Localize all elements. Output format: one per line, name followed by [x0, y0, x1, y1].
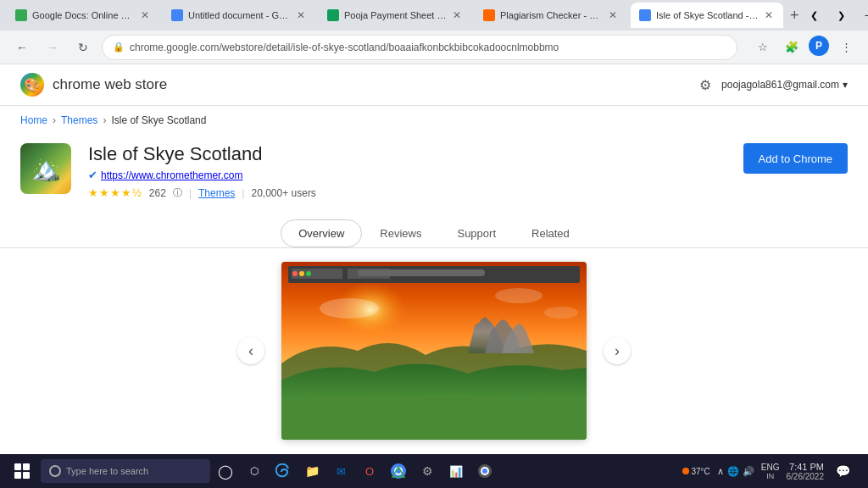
taskbar-settings[interactable]: ⚙ [415, 459, 439, 483]
landscape-svg [281, 262, 587, 440]
extension-source-link[interactable]: https://www.chromethemer.com [101, 169, 242, 181]
extensions-icon[interactable]: 🧩 [780, 36, 804, 59]
bookmark-icon[interactable]: ☆ [751, 36, 775, 59]
tab-label-plagiarism: Plagiarism Checker - Free &... [500, 10, 603, 20]
screenshot-prev-button[interactable]: ‹ [237, 337, 264, 364]
tab-overview[interactable]: Overview [281, 219, 362, 247]
lang-mode: IN [766, 472, 774, 480]
clock[interactable]: 7:41 PM 6/26/2022 [787, 462, 825, 481]
taskbar-right: 37°C ∧ 🌐 🔊 ENG IN 7:41 PM 6/26/2022 💬 [676, 459, 861, 483]
stars-rating: ★★★★½ [88, 186, 142, 199]
url-bar[interactable]: 🔒 chrome.google.com/webstore/detail/isle… [102, 35, 737, 60]
start-sq-2 [23, 463, 30, 470]
tab-favicon-plagiarism [483, 9, 495, 21]
new-tab-button[interactable]: + [790, 3, 799, 27]
language-indicator[interactable]: ENG IN [761, 463, 780, 480]
rating-count: 262 [149, 187, 166, 199]
taskbar-icons: ◯ ⬡ 📁 ✉ O ⚙ 📊 [214, 459, 497, 483]
cws-logo-icon: 🎨 [20, 73, 44, 97]
tray-up-arrow[interactable]: ∧ [717, 466, 724, 477]
tray-volume[interactable]: 🔊 [743, 466, 754, 477]
verified-icon: ✔ [88, 169, 97, 181]
add-to-chrome-button[interactable]: Add to Chrome [743, 143, 848, 174]
page-content: 🎨 chrome web store ⚙ poojagola861@gmail.… [0, 64, 868, 488]
svg-point-11 [306, 271, 311, 276]
user-email[interactable]: poojagola861@gmail.com ▾ [721, 79, 848, 91]
taskbar-explorer[interactable]: 📁 [300, 459, 324, 483]
tab-close-plagiarism[interactable]: ✕ [608, 8, 619, 22]
taskbar-task-view[interactable]: ⬡ [242, 459, 266, 483]
svg-point-9 [292, 271, 298, 276]
taskbar: Type here to search ◯ ⬡ 📁 ✉ O ⚙ 📊 [0, 454, 868, 488]
tab-plagiarism[interactable]: Plagiarism Checker - Free &... ✕ [475, 3, 627, 28]
start-button[interactable] [7, 456, 37, 486]
svg-point-3 [495, 288, 542, 303]
tab-related[interactable]: Related [514, 219, 587, 247]
screenshot-next-button[interactable]: › [604, 337, 631, 364]
breadcrumb: Home › Themes › Isle of Skye Scotland [0, 106, 868, 135]
notification-center[interactable]: 💬 [831, 459, 854, 483]
start-sq-3 [14, 472, 21, 479]
taskbar-office[interactable]: O [358, 459, 381, 483]
temperature-badge: 37°C [682, 467, 709, 476]
tab-favicon-skye [639, 9, 651, 21]
taskbar-search[interactable]: Type here to search [41, 459, 210, 483]
cws-header-right: ⚙ poojagola861@gmail.com ▾ [699, 77, 848, 93]
meta-separator-2: | [242, 187, 244, 199]
svg-point-17 [482, 469, 487, 474]
menu-icon[interactable]: ⋮ [834, 36, 858, 59]
tab-close-payment[interactable]: ✕ [452, 8, 463, 22]
taskbar-extra1[interactable]: 📊 [444, 459, 468, 483]
taskbar-chrome[interactable] [387, 459, 410, 483]
taskbar-edge[interactable] [271, 459, 295, 483]
tab-close-skye[interactable]: ✕ [764, 8, 775, 22]
tab-reviews[interactable]: Reviews [362, 219, 439, 247]
tab-untitled-doc[interactable]: Untitled document - Google... ✕ [163, 3, 315, 28]
tab-label-payment: Pooja Payment Sheet - Goo... [344, 10, 447, 20]
clock-date: 6/26/2022 [787, 472, 825, 481]
temp-dot [682, 468, 689, 474]
refresh-button[interactable]: ↻ [71, 36, 95, 59]
taskbar-cortana[interactable]: ◯ [214, 459, 237, 483]
taskbar-chrome-active[interactable] [473, 459, 497, 483]
address-icons: ☆ 🧩 P ⋮ [751, 36, 858, 59]
back-button[interactable]: ← [10, 36, 34, 59]
tab-strip-right[interactable]: ❯ [830, 7, 854, 24]
minimize-button[interactable]: ─ [857, 7, 868, 24]
breadcrumb-home[interactable]: Home [20, 114, 47, 126]
tab-label-untitled: Untitled document - Google... [188, 10, 291, 20]
cws-title: chrome web store [53, 76, 167, 93]
tab-isle-of-skye[interactable]: Isle of Skye Scotland - Chro... ✕ [631, 3, 783, 28]
tab-label-skye: Isle of Skye Scotland - Chro... [656, 10, 759, 20]
tab-strip-left[interactable]: ❮ [803, 7, 826, 24]
profile-circle[interactable]: P [809, 36, 829, 56]
cws-logo: 🎨 chrome web store [20, 73, 167, 97]
windows-icon [14, 463, 30, 479]
tab-close-untitled[interactable]: ✕ [296, 8, 307, 22]
tab-google-docs[interactable]: Google Docs: Online Docum... ✕ [7, 3, 159, 28]
forward-button[interactable]: → [41, 36, 64, 59]
tab-favicon-payment [327, 9, 339, 21]
extension-detail: Isle of Skye Scotland ✔ https://www.chro… [0, 135, 868, 213]
breadcrumb-themes[interactable]: Themes [61, 114, 97, 126]
browser-frame: Google Docs: Online Docum... ✕ Untitled … [0, 0, 868, 488]
tab-close-docs[interactable]: ✕ [140, 8, 151, 22]
tab-favicon-docs [15, 9, 27, 21]
extension-users: 20,000+ users [251, 187, 315, 199]
tray-network[interactable]: 🌐 [727, 466, 739, 477]
taskbar-mail[interactable]: ✉ [329, 459, 353, 483]
lang-text: ENG [761, 463, 780, 472]
svg-point-4 [544, 307, 578, 319]
user-menu-chevron: ▾ [843, 79, 848, 91]
extension-meta: ★★★★½ 262 ⓘ | Themes | 20,000+ users [88, 186, 726, 199]
extension-category[interactable]: Themes [198, 187, 235, 199]
rating-info-icon[interactable]: ⓘ [173, 186, 182, 199]
tab-payment-sheet[interactable]: Pooja Payment Sheet - Goo... ✕ [319, 3, 471, 28]
title-bar: Google Docs: Online Docum... ✕ Untitled … [0, 0, 868, 30]
url-text: chrome.google.com/webstore/detail/isle-o… [130, 42, 559, 53]
extension-icon [20, 143, 71, 194]
settings-icon[interactable]: ⚙ [699, 77, 711, 93]
tab-support[interactable]: Support [439, 219, 514, 247]
taskbar-search-icon [49, 465, 61, 477]
clock-time: 7:41 PM [787, 462, 825, 472]
